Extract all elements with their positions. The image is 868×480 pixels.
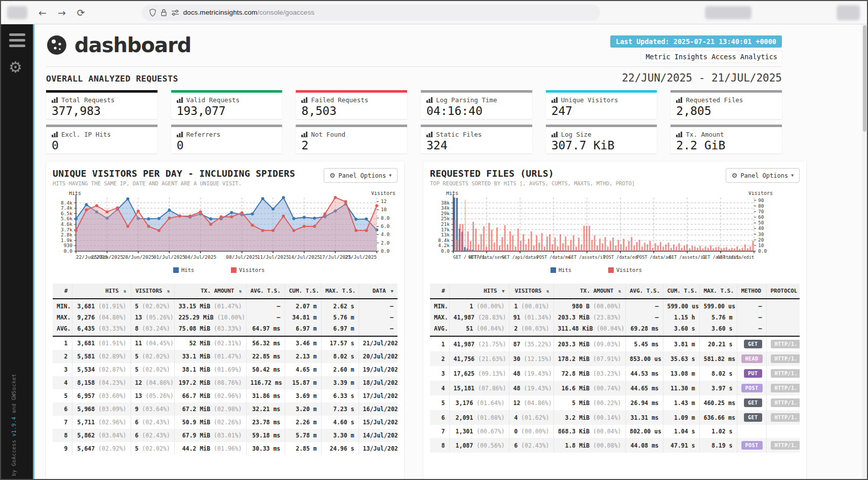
- back-button[interactable]: ←: [38, 7, 47, 18]
- svg-text:50: 50: [758, 220, 764, 225]
- panel-options-button[interactable]: ⚙ Panel Options ▼: [726, 168, 800, 183]
- svg-text:0.0: 0.0: [64, 248, 72, 254]
- summary-row: MIN.1 (00.00%)1 (00.01%)980 B (00.00%)—5…: [430, 299, 800, 312]
- scrollbar-thumb[interactable]: [863, 25, 866, 132]
- card-value: 2.2 GiB: [676, 139, 776, 152]
- method-badge: HEAD: [741, 354, 763, 363]
- column-header-visitors[interactable]: VISITORS ⇅: [131, 284, 174, 299]
- svg-text:10: 10: [758, 243, 764, 248]
- table-row: 25,581 (02.89%)5 (02.02%)33.1 MiB (01.47…: [53, 350, 398, 363]
- permissions-icon[interactable]: [171, 9, 179, 16]
- header-divider: [46, 66, 782, 67]
- summary-row: MAX.9,276 (04.80%)13 (05.26%)225.29 MiB …: [53, 312, 398, 323]
- column-header-avg-t-s-[interactable]: AVG. T.S. ⇅: [246, 284, 285, 299]
- column-header-method[interactable]: METHOD ⇅: [737, 284, 766, 299]
- card-label: Log Parsing Time: [436, 96, 497, 104]
- column-header-hits[interactable]: HITS ▼: [449, 284, 509, 299]
- svg-text:1.9k: 1.9k: [61, 237, 72, 243]
- svg-text:04/Jul/2025: 04/Jul/2025: [184, 254, 216, 260]
- column-header-tx-amount[interactable]: TX. AMOUNT ⇅: [174, 284, 246, 299]
- column-header-max-t-s-[interactable]: MAX. T.S. ⇅: [699, 284, 737, 299]
- svg-text:28/Jun/2025: 28/Jun/2025: [122, 254, 154, 260]
- method-badge: GET: [744, 413, 762, 422]
- card-label: Static Files: [436, 131, 482, 138]
- metric-card: Static Files324: [421, 125, 532, 153]
- summary-cards: Total Requests377,983Valid Requests193,0…: [46, 90, 782, 153]
- goaccess-version-link[interactable]: v1.9.4: [11, 417, 17, 436]
- column-header--[interactable]: #: [53, 284, 72, 299]
- bar-chart-icon: [426, 132, 433, 137]
- bar-chart-icon: [551, 132, 558, 137]
- metric-card: Referrers0: [171, 125, 283, 153]
- table-row: 48,158 (04.23%)12 (04.86%)197.2 MiB (08.…: [53, 376, 398, 389]
- sort-icon: ▼: [391, 289, 393, 294]
- method-badge: PUT: [744, 369, 762, 378]
- column-header-avg-t-s-[interactable]: AVG. T.S. ⇅: [625, 284, 663, 299]
- table-row: 141,987 (21.75%)87 (35.22%)203.3 MiB (09…: [430, 336, 800, 351]
- chevron-down-icon: ▼: [791, 173, 794, 178]
- table-row: 53,176 (01.64%)12 (04.86%)5 MiB (00.22%)…: [430, 395, 800, 410]
- card-value: 247: [551, 104, 652, 117]
- column-header-data[interactable]: DATA ▼: [359, 284, 398, 299]
- browser-toolbar: ← → ⟳ docs.metricinsights.com/console/go…: [1, 1, 867, 24]
- bar-chart-icon: [301, 97, 308, 103]
- card-label: Requested Files: [686, 96, 743, 104]
- menu-icon[interactable]: [9, 33, 33, 47]
- settings-gear-icon[interactable]: ⚙: [9, 58, 33, 76]
- protocol-badge: HTTP/1.: [771, 384, 800, 392]
- column-header-hits[interactable]: HITS ⇅: [72, 284, 131, 299]
- column-header--[interactable]: #: [430, 284, 449, 299]
- shield-icon[interactable]: [149, 9, 156, 17]
- forward-button[interactable]: →: [58, 7, 66, 18]
- card-value: 0: [52, 139, 152, 152]
- column-header-max-t-s-[interactable]: MAX. T.S. ⇅: [321, 284, 359, 299]
- card-label: Excl. IP Hits: [61, 131, 111, 138]
- svg-text:10: 10: [381, 207, 387, 212]
- summary-row: AVG.6,435 (03.33%)8 (03.24%)75.08 MiB (0…: [53, 323, 398, 336]
- sort-icon: ▼: [502, 289, 504, 294]
- reload-button[interactable]: ⟳: [77, 7, 85, 18]
- column-header-visitors[interactable]: VISITORS ⇅: [509, 284, 554, 299]
- address-bar[interactable]: docs.metricinsights.com/console/goaccess: [142, 5, 600, 21]
- panel-options-button[interactable]: ⚙ Panel Options ▼: [324, 168, 398, 183]
- window-controls-blurred: [7, 6, 27, 19]
- card-label: Tx. Amount: [686, 131, 724, 138]
- scrollbar[interactable]: [862, 24, 867, 479]
- svg-text:25k: 25k: [441, 216, 450, 221]
- card-value: 377,983: [52, 104, 152, 117]
- protocol-badge: HTTP/1.: [771, 398, 800, 407]
- column-header-tx-amount[interactable]: TX. AMOUNT ⇅: [554, 284, 625, 299]
- column-header-cum-t-s-[interactable]: CUM. T.S. ⇅: [285, 284, 321, 299]
- panel-title: REQUESTED FILES (URLS): [430, 168, 635, 179]
- sort-icon: ⇅: [546, 289, 549, 294]
- panel-requested-files: REQUESTED FILES (URLS) TOP REQUESTS SORT…: [423, 162, 806, 479]
- svg-text:6.5k: 6.5k: [61, 211, 72, 216]
- svg-text:GET /assets/i1: GET /assets/i1: [569, 255, 605, 260]
- svg-text:930: 930: [64, 243, 72, 248]
- svg-text:17k: 17k: [441, 227, 450, 232]
- svg-text:4.6k: 4.6k: [61, 221, 72, 227]
- card-value: 193,077: [177, 104, 277, 117]
- card-value: 8,503: [301, 104, 402, 117]
- sort-icon: ⇅: [167, 289, 170, 294]
- card-value: 2: [301, 139, 402, 152]
- table-row: 56,957 (03.60%)13 (05.26%)66.7 MiB (02.9…: [53, 389, 398, 403]
- page-title: dashboard: [74, 33, 191, 57]
- column-header-protocol[interactable]: PROTOCOL ⇅: [766, 284, 800, 299]
- svg-text:38k: 38k: [441, 200, 450, 206]
- url-text: docs.metricinsights.com/console/goaccess: [183, 9, 314, 16]
- metric-card: Requested Files2,805: [670, 90, 782, 119]
- sort-icon: ⇅: [124, 289, 126, 294]
- metric-card: Unique Visitors247: [546, 90, 657, 119]
- svg-text:0.0: 0.0: [381, 248, 389, 254]
- svg-text:2.8k: 2.8k: [61, 232, 72, 237]
- svg-text:Hits: Hits: [559, 267, 571, 273]
- column-header-cum-t-s-[interactable]: CUM. T.S. ⇅: [663, 284, 699, 299]
- sort-icon: ⇅: [239, 289, 242, 294]
- protocol-badge: HTTP/1.: [771, 354, 800, 363]
- svg-text:34k: 34k: [441, 205, 450, 211]
- svg-text:14/Jul/2025: 14/Jul/2025: [288, 254, 320, 260]
- svg-text:4.2k: 4.2k: [438, 243, 450, 248]
- svg-text:01/Jul/2025: 01/Jul/2025: [153, 254, 185, 260]
- browser-window: ← → ⟳ docs.metricinsights.com/console/go…: [0, 0, 868, 480]
